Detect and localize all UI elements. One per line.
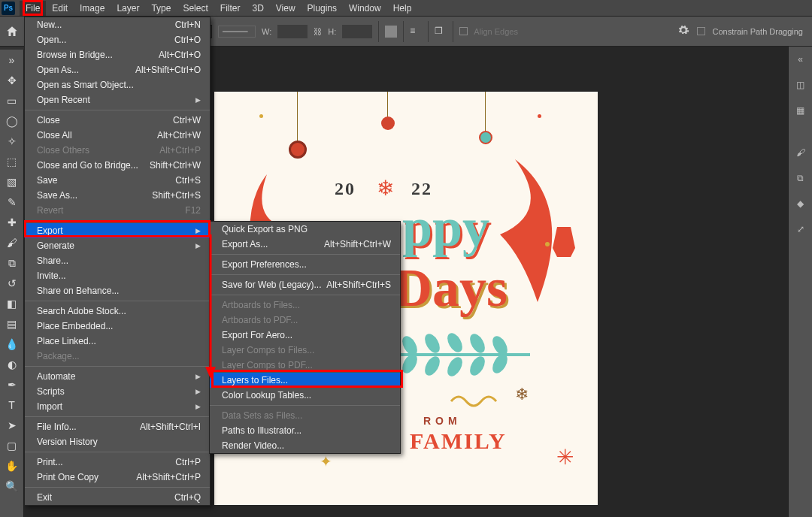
align-icon[interactable]: ≡ [410, 26, 422, 38]
stamp-tool-icon[interactable]: ⧉ [5, 255, 20, 271]
brush-panel-icon[interactable]: 🖌 [792, 144, 809, 161]
clone-panel-icon[interactable]: ⧉ [792, 170, 809, 186]
menu-window[interactable]: Window [343, 1, 387, 16]
divider [453, 21, 453, 42]
submenu-item[interactable]: Color Lookup Tables... [210, 388, 400, 403]
menu-item[interactable]: Close and Go to Bridge...Shift+Ctrl+W [25, 158, 210, 173]
submenu-item[interactable]: Export As...Alt+Shift+Ctrl+W [210, 237, 400, 252]
menu-item[interactable]: Search Adobe Stock... [25, 304, 210, 319]
submenu-item[interactable]: Quick Export as PNG [210, 222, 400, 237]
submenu-item[interactable]: Data Sets as Files... [210, 408, 400, 423]
menu-item[interactable]: Generate▶ [25, 238, 210, 253]
submenu-item[interactable]: Artboards to PDF... [210, 313, 400, 328]
menu-item[interactable]: CloseCtrl+W [25, 113, 210, 128]
menu-item[interactable]: Place Linked... [25, 334, 210, 349]
right-panels: « ◫ ▦ 🖌 ⧉ ◆ ⤢ [788, 47, 812, 517]
menu-view[interactable]: View [270, 1, 301, 16]
path-ops-icon[interactable] [385, 26, 397, 38]
hand-tool-icon[interactable]: ✋ [5, 458, 20, 473]
submenu-item[interactable]: Export Preferences... [210, 257, 400, 272]
submenu-item[interactable]: Layer Comps to PDF... [210, 358, 400, 373]
menu-item[interactable]: Scripts▶ [25, 384, 210, 399]
home-icon[interactable] [5, 24, 20, 39]
menu-item[interactable]: Browse in Bridge...Alt+Ctrl+O [25, 47, 210, 62]
marquee-tool-icon[interactable]: ▭ [5, 93, 20, 108]
menubar: Ps File Edit Image Layer Type Select Fil… [0, 0, 812, 17]
menu-file[interactable]: File [20, 1, 46, 16]
align-edges-checkbox[interactable] [459, 27, 468, 35]
menu-item[interactable]: Open...Ctrl+O [25, 32, 210, 47]
menu-item[interactable]: Open as Smart Object... [25, 77, 210, 92]
brush-tool-icon[interactable]: 🖌 [5, 235, 20, 250]
type-tool-icon[interactable]: T [5, 398, 20, 413]
constrain-checkbox[interactable] [697, 27, 705, 35]
wand-tool-icon[interactable]: ✧ [5, 134, 20, 149]
symmetry-icon[interactable]: ◆ [792, 195, 809, 212]
menu-item[interactable]: File Info...Alt+Shift+Ctrl+I [25, 419, 210, 434]
submenu-item[interactable]: Paths to Illustrator... [210, 423, 400, 438]
submenu-item[interactable]: Layers to Files... [210, 373, 400, 388]
menu-item[interactable]: RevertF12 [25, 203, 210, 218]
gear-icon[interactable] [677, 24, 689, 38]
height-field[interactable] [342, 25, 372, 38]
submenu-item[interactable]: Artboards to Files... [210, 298, 400, 313]
menu-item[interactable]: ExitCtrl+Q [25, 490, 210, 505]
arrange-icon[interactable]: ❐ [435, 26, 447, 38]
export-submenu: Quick Export as PNGExport As...Alt+Shift… [209, 221, 401, 454]
menu-item[interactable]: Package... [25, 349, 210, 364]
gradient-tool-icon[interactable]: ▤ [5, 316, 20, 331]
submenu-item[interactable]: Render Video... [210, 438, 400, 453]
history-brush-icon[interactable]: ↺ [5, 276, 20, 291]
menu-edit[interactable]: Edit [46, 1, 74, 16]
eyedropper-tool-icon[interactable]: ✎ [5, 195, 20, 210]
menu-image[interactable]: Image [74, 1, 111, 16]
menu-item[interactable]: New...Ctrl+N [25, 17, 210, 32]
menu-item[interactable]: Print...Ctrl+P [25, 455, 210, 470]
eraser-tool-icon[interactable]: ◧ [5, 296, 20, 311]
menu-help[interactable]: Help [387, 1, 418, 16]
stroke-style[interactable] [218, 26, 256, 38]
menu-item[interactable]: Version History [25, 434, 210, 449]
menu-plugins[interactable]: Plugins [301, 1, 343, 16]
menu-item[interactable]: Automate▶ [25, 369, 210, 384]
menu-item[interactable]: Invite... [25, 268, 210, 283]
histogram-icon[interactable]: ◫ [792, 77, 809, 93]
menu-item[interactable]: Place Embedded... [25, 319, 210, 334]
chevron-icon[interactable]: « [792, 51, 809, 68]
menu-item[interactable]: SaveCtrl+S [25, 173, 210, 188]
frame-tool-icon[interactable]: ▧ [5, 174, 20, 189]
link-icon[interactable]: ⛓ [314, 27, 322, 36]
submenu-item[interactable]: Layer Comps to Files... [210, 343, 400, 358]
menu-item[interactable]: Save As...Shift+Ctrl+S [25, 188, 210, 203]
menu-item[interactable]: Close OthersAlt+Ctrl+P [25, 143, 210, 158]
menu-select[interactable]: Select [177, 1, 214, 16]
submenu-item[interactable]: Export For Aero... [210, 328, 400, 343]
lasso-tool-icon[interactable]: ◯ [5, 113, 20, 128]
menu-item[interactable]: Export▶ [25, 223, 210, 238]
menu-3d[interactable]: 3D [246, 1, 269, 16]
path-select-icon[interactable]: ➤ [5, 418, 20, 433]
submenu-item[interactable]: Save for Web (Legacy)...Alt+Shift+Ctrl+S [210, 277, 400, 292]
menu-item[interactable]: Share on Behance... [25, 283, 210, 298]
transform-icon[interactable]: ⤢ [792, 221, 809, 237]
blur-tool-icon[interactable]: 💧 [5, 337, 20, 352]
swatches-icon[interactable]: ▦ [792, 102, 809, 119]
menu-item[interactable]: Share... [25, 253, 210, 268]
menu-item[interactable]: Print One CopyAlt+Shift+Ctrl+P [25, 470, 210, 485]
shape-tool-icon[interactable]: ▢ [5, 438, 20, 453]
menu-item[interactable]: Close AllAlt+Ctrl+W [25, 128, 210, 143]
dodge-tool-icon[interactable]: ◐ [5, 357, 20, 372]
crop-tool-icon[interactable]: ⬚ [5, 154, 20, 169]
pen-tool-icon[interactable]: ✒ [5, 377, 20, 392]
width-field[interactable] [277, 25, 308, 38]
heal-tool-icon[interactable]: ✚ [5, 215, 20, 230]
zoom-tool-icon[interactable]: 🔍 [5, 479, 20, 494]
chevron-icon[interactable]: » [5, 53, 20, 68]
menu-type[interactable]: Type [145, 1, 177, 16]
menu-item[interactable]: Open Recent▶ [25, 92, 210, 107]
menu-filter[interactable]: Filter [214, 1, 247, 16]
menu-layer[interactable]: Layer [111, 1, 145, 16]
menu-item[interactable]: Open As...Alt+Shift+Ctrl+O [25, 62, 210, 77]
menu-item[interactable]: Import▶ [25, 399, 210, 414]
move-tool-icon[interactable]: ✥ [5, 73, 20, 88]
